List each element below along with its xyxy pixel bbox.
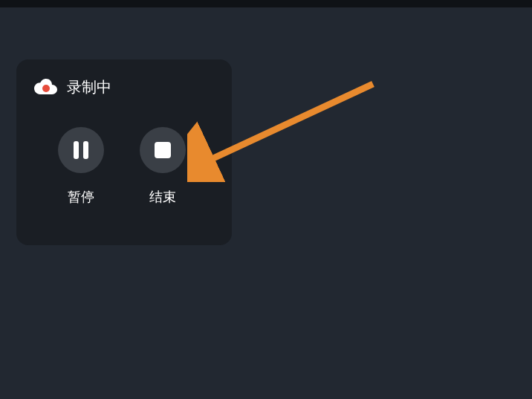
stop-icon [155, 142, 171, 158]
cloud-recording-icon [34, 79, 58, 97]
pause-icon [74, 141, 88, 159]
controls-row: 暂停 结束 [58, 127, 217, 206]
pause-control: 暂停 [58, 127, 104, 206]
top-bar [0, 0, 532, 7]
panel-header: 录制中 [34, 77, 217, 97]
pause-button[interactable] [58, 127, 104, 173]
stop-button[interactable] [140, 127, 186, 173]
pause-label: 暂停 [68, 188, 94, 206]
recording-panel: 录制中 暂停 结束 [16, 59, 232, 245]
stop-label: 结束 [149, 188, 176, 206]
panel-title: 录制中 [67, 77, 111, 97]
stop-control: 结束 [140, 127, 186, 206]
svg-point-0 [42, 85, 50, 92]
